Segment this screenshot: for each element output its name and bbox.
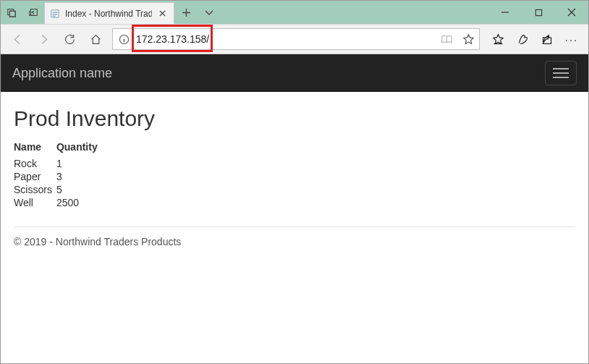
- window-title-bar: Index - Northwind Traders: [1, 1, 588, 24]
- table-header-row: Name Quantity: [14, 140, 105, 157]
- svg-rect-7: [53, 15, 56, 16]
- new-tab-button[interactable]: [174, 1, 198, 24]
- share-button[interactable]: [535, 27, 559, 51]
- table-cell: Paper: [14, 170, 56, 183]
- brand[interactable]: Application name: [12, 66, 112, 81]
- tab-strip: Index - Northwind Traders: [44, 1, 221, 24]
- page-heading: Prod Inventory: [14, 106, 575, 131]
- refresh-button[interactable]: [57, 27, 82, 51]
- favorites-button[interactable]: [486, 27, 510, 51]
- window-maximize-button[interactable]: [522, 1, 555, 24]
- back-button[interactable]: [5, 27, 30, 51]
- table-cell: 2500: [56, 196, 105, 209]
- site-info-icon[interactable]: [113, 29, 135, 49]
- tab-title: Index - Northwind Traders: [65, 9, 152, 19]
- inventory-table: Name Quantity Rock 1 Paper 3 Scissors 5: [14, 140, 105, 209]
- forward-button[interactable]: [31, 27, 56, 51]
- address-bar[interactable]: 172.23.173.158/: [112, 28, 480, 50]
- tab-overflow-button[interactable]: [198, 1, 221, 24]
- svg-rect-8: [535, 9, 541, 15]
- svg-rect-1: [9, 11, 15, 17]
- app-navbar: Application name: [1, 54, 588, 92]
- url-text: 172.23.173.158/: [135, 29, 436, 49]
- tab-aux: [174, 1, 221, 24]
- navbar-menu-toggle[interactable]: [545, 61, 577, 85]
- ellipsis-icon: ···: [561, 33, 583, 46]
- toolbar-right-icons: ···: [486, 27, 584, 51]
- divider: [14, 227, 575, 227]
- table-row: Rock 1: [14, 157, 105, 170]
- svg-rect-6: [53, 14, 58, 14]
- table-header: Name: [14, 140, 56, 157]
- page-body: Prod Inventory Name Quantity Rock 1 Pape…: [1, 92, 588, 272]
- title-bar-left: [1, 1, 44, 24]
- svg-rect-5: [53, 12, 58, 12]
- table-row: Scissors 5: [14, 183, 105, 196]
- window-controls: [488, 1, 588, 24]
- table-header: Quantity: [56, 140, 105, 157]
- address-bar-right: [436, 29, 479, 49]
- tab-actions-button[interactable]: [1, 1, 22, 24]
- browser-tab[interactable]: Index - Northwind Traders: [44, 2, 174, 24]
- tab-close-button[interactable]: [156, 8, 168, 20]
- window-close-button[interactable]: [555, 1, 588, 24]
- table-cell: Well: [14, 196, 56, 209]
- table-row: Paper 3: [14, 170, 105, 183]
- browser-toolbar: 172.23.173.158/ ···: [1, 24, 588, 54]
- window-minimize-button[interactable]: [488, 1, 522, 24]
- reading-view-icon[interactable]: [436, 29, 457, 49]
- table-cell: 5: [56, 183, 105, 196]
- table-cell: 1: [56, 157, 105, 170]
- table-cell: Rock: [14, 157, 56, 170]
- notes-button[interactable]: [510, 27, 535, 51]
- table-row: Well 2500: [14, 196, 105, 209]
- page-viewport: Application name Prod Inventory Name Qua…: [1, 54, 588, 364]
- favorite-star-icon[interactable]: [457, 29, 479, 49]
- table-cell: 3: [56, 170, 105, 183]
- more-button[interactable]: ···: [559, 27, 584, 51]
- tab-favicon-icon: [49, 8, 61, 20]
- footer-text: © 2019 - Northwind Traders Products: [14, 236, 575, 262]
- set-aside-tabs-button[interactable]: [22, 1, 44, 24]
- home-button[interactable]: [83, 27, 108, 51]
- table-cell: Scissors: [14, 183, 56, 196]
